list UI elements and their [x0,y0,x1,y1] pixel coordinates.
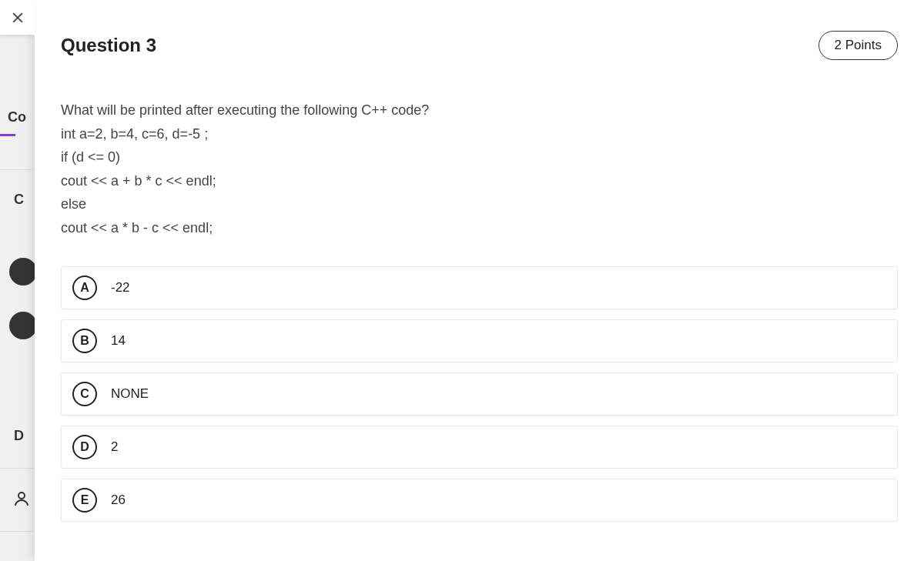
modal-content: Question 3 2 Points What will be printed… [35,0,924,537]
avatar [9,312,37,339]
option-d[interactable]: D 2 [61,426,898,469]
option-e[interactable]: E 26 [61,479,898,522]
option-text: 2 [111,439,118,455]
option-letter: C [72,382,97,406]
option-letter: B [72,329,97,353]
option-letter: E [72,488,97,513]
option-a[interactable]: A -22 [61,266,898,309]
progress-bar [0,134,15,136]
option-text: -22 [111,280,130,296]
avatar [9,258,37,286]
option-text: 26 [111,493,126,508]
question-header: Question 3 2 Points [61,31,898,60]
question-modal: Question 3 2 Points What will be printed… [35,0,924,561]
divider [0,531,35,532]
code-line: cout << a + b * c << endl; [61,169,898,193]
option-letter: D [72,435,97,459]
close-button[interactable] [0,0,35,35]
svg-point-0 [18,493,25,499]
option-b[interactable]: B 14 [61,319,898,362]
code-line: int a=2, b=4, c=6, d=-5 ; [61,122,898,146]
options-list: A -22 B 14 C NONE D 2 E 26 [61,266,898,522]
code-line: else [61,192,898,216]
option-c[interactable]: C NONE [61,372,898,416]
option-text: 14 [111,333,126,349]
close-icon [10,10,25,25]
code-line: if (d <= 0) [61,145,898,169]
option-text: NONE [111,386,149,402]
points-badge: 2 Points [819,31,898,60]
bg-label-co: Co [8,109,26,125]
code-line: cout << a * b - c << endl; [61,216,898,240]
bg-label-d: D [14,428,24,444]
divider [0,468,35,469]
bg-label-c: C [14,192,24,208]
question-title: Question 3 [61,35,156,56]
question-body: What will be printed after executing the… [61,99,898,240]
person-icon [12,489,31,508]
divider [0,169,35,170]
question-prompt: What will be printed after executing the… [61,99,898,122]
option-letter: A [72,275,97,300]
